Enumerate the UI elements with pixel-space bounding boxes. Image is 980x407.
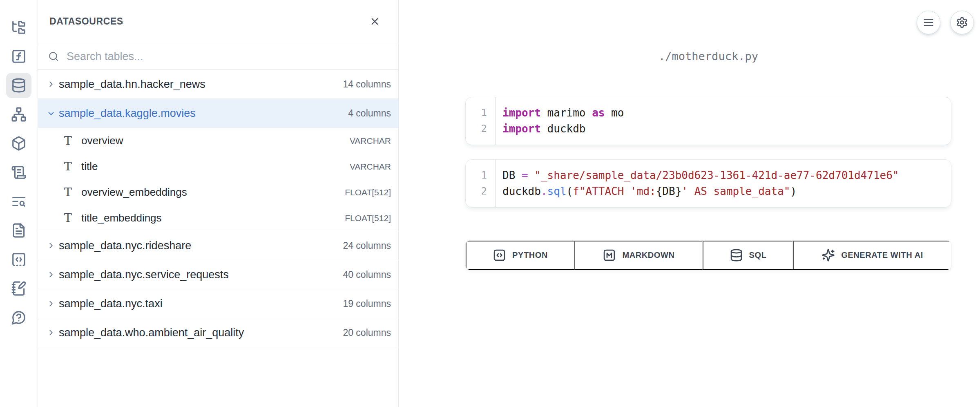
file-text-icon [11,223,27,238]
sidebar-item-documentation[interactable] [6,218,31,243]
table-row-kaggle-movies[interactable]: sample_data.kaggle.movies 4 columns [38,99,398,128]
code-editor[interactable]: import marimo as moimport duckdb [495,97,951,145]
column-row-title[interactable]: T title VARCHAR [38,154,398,179]
search-input[interactable] [67,50,398,63]
table-row-hacker-news[interactable]: sample_data.hn.hacker_news 14 columns [38,70,398,99]
chevron-right-icon [47,80,56,89]
button-label: GENERATE WITH AI [841,250,923,260]
button-label: PYTHON [512,250,548,260]
table-column-count: 20 columns [343,327,391,338]
network-icon [11,107,27,122]
sidebar-item-help[interactable] [6,305,31,330]
column-name: title [81,160,98,173]
markdown-square-icon [603,248,616,262]
table-row-taxi[interactable]: sample_data.nyc.taxi 19 columns [38,289,398,318]
close-icon [369,16,380,27]
panel-header: DATASOURCES [38,0,398,43]
column-row-overview[interactable]: T overview VARCHAR [38,128,398,154]
table-name: sample_data.nyc.service_requests [59,268,229,281]
table-name: sample_data.nyc.taxi [59,297,163,310]
sparkles-icon [822,248,835,262]
datasources-panel: DATASOURCES sample_data.hn.hacker_news 1… [38,0,399,407]
table-column-count: 40 columns [343,269,391,280]
package-icon [11,136,27,151]
sidebar-item-files[interactable] [6,15,31,40]
notebook-filename[interactable]: ./motherduck.py [465,50,951,63]
database-icon [730,248,743,262]
table-name: sample_data.who.ambient_air_quality [59,326,244,339]
code-cell-attach-db[interactable]: 12 DB = "_share/sample_data/23b0d623-136… [465,159,951,208]
chevron-right-icon [47,241,56,250]
notebook-pen-icon [11,281,27,296]
search-icon [48,51,59,62]
table-name: sample_data.kaggle.movies [59,107,196,120]
chevron-right-icon [47,328,56,337]
column-type: VARCHAR [350,136,391,146]
sidebar-item-logs[interactable] [6,160,31,185]
sidebar-item-variables[interactable] [6,44,31,69]
button-label: MARKDOWN [622,250,674,260]
function-square-icon [11,49,27,64]
activity-rail [0,0,38,407]
chevron-right-icon [47,299,56,308]
chevron-right-icon [47,270,56,279]
tables-list: sample_data.hn.hacker_news 14 columns sa… [38,70,398,407]
notebook-area: ./motherduck.py 12 import marimo as moim… [399,0,980,407]
column-name: title_embeddings [81,212,162,224]
notebook-menu-button[interactable] [917,11,940,34]
add-python-cell-button[interactable]: PYTHON [466,241,574,270]
chevron-down-icon [47,109,56,118]
sidebar-item-datasources[interactable] [6,73,31,98]
table-row-rideshare[interactable]: sample_data.nyc.rideshare 24 columns [38,231,398,260]
code-square-icon [493,248,506,262]
line-number-gutter: 12 [466,97,495,145]
sidebar-item-scratchpad[interactable] [6,276,31,301]
type-text-icon: T [64,160,76,173]
column-type: FLOAT[512] [345,213,391,223]
text-search-icon [11,194,27,209]
sidebar-item-search[interactable] [6,189,31,214]
type-text-icon: T [64,211,76,225]
type-text-icon: T [64,186,76,199]
page-title: DATASOURCES [49,16,123,27]
add-cell-buttons: PYTHON MARKDOWN SQL GENERATE WITH AI [465,240,951,270]
sidebar-item-packages[interactable] [6,131,31,156]
add-markdown-cell-button[interactable]: MARKDOWN [574,241,703,270]
sidebar-item-dependencies[interactable] [6,102,31,127]
database-icon [11,78,27,93]
add-sql-cell-button[interactable]: SQL [703,241,793,270]
type-text-icon: T [64,134,76,148]
table-column-count: 4 columns [348,108,391,119]
column-row-title-embeddings[interactable]: T title_embeddings FLOAT[512] [38,205,398,231]
button-label: SQL [749,250,767,260]
code-editor[interactable]: DB = "_share/sample_data/23b0d623-1361-4… [495,160,951,207]
column-type: VARCHAR [350,162,391,172]
table-row-service-requests[interactable]: sample_data.nyc.service_requests 40 colu… [38,260,398,289]
app-root: DATASOURCES sample_data.hn.hacker_news 1… [0,0,980,407]
line-number-gutter: 12 [466,160,495,207]
generate-with-ai-button[interactable]: GENERATE WITH AI [793,241,951,270]
table-row-ambient-air-quality[interactable]: sample_data.who.ambient_air_quality 20 c… [38,318,398,347]
code-snippet-square-icon [11,252,27,267]
search-bar [38,43,398,70]
folder-tree-icon [11,20,27,35]
column-list: T overview VARCHAR T title VARCHAR T ove… [38,128,398,231]
scroll-text-icon [11,165,27,180]
hamburger-menu-icon [922,16,935,29]
sidebar-item-snippets[interactable] [6,247,31,272]
column-name: overview [81,134,123,147]
column-name: overview_embeddings [81,186,187,199]
table-column-count: 19 columns [343,298,391,309]
column-row-overview-embeddings[interactable]: T overview_embeddings FLOAT[512] [38,179,398,205]
table-column-count: 24 columns [343,240,391,251]
table-name: sample_data.nyc.rideshare [59,239,191,252]
help-chat-icon [11,310,27,325]
column-type: FLOAT[512] [345,188,391,197]
close-panel-button[interactable] [368,14,382,29]
code-cell-imports[interactable]: 12 import marimo as moimport duckdb [465,97,951,145]
settings-button[interactable] [950,11,974,34]
gear-icon [956,16,968,29]
table-column-count: 14 columns [343,79,391,90]
table-name: sample_data.hn.hacker_news [59,78,205,91]
